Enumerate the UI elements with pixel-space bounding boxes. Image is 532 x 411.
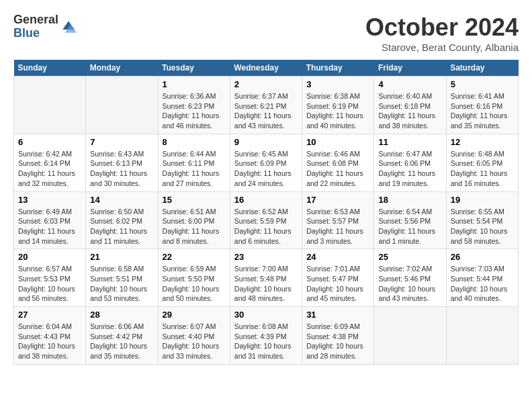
month-title: October 2024: [365, 13, 519, 42]
calendar-cell: 26Sunrise: 7:03 AM Sunset: 5:44 PM Dayli…: [446, 249, 518, 307]
day-number: 19: [451, 195, 514, 205]
calendar-header: SundayMondayTuesdayWednesdayThursdayFrid…: [14, 60, 519, 77]
calendar-cell: 2Sunrise: 6:37 AM Sunset: 6:21 PM Daylig…: [230, 77, 302, 134]
calendar-cell: 6Sunrise: 6:42 AM Sunset: 6:14 PM Daylig…: [14, 134, 86, 191]
day-info: Sunrise: 6:45 AM Sunset: 6:09 PM Dayligh…: [234, 149, 298, 189]
calendar-cell: 7Sunrise: 6:43 AM Sunset: 6:13 PM Daylig…: [86, 134, 158, 191]
day-info: Sunrise: 6:55 AM Sunset: 5:54 PM Dayligh…: [451, 207, 514, 246]
day-info: Sunrise: 6:42 AM Sunset: 6:14 PM Dayligh…: [18, 149, 81, 189]
calendar-cell: 14Sunrise: 6:50 AM Sunset: 6:02 PM Dayli…: [86, 191, 158, 249]
day-info: Sunrise: 6:43 AM Sunset: 6:13 PM Dayligh…: [90, 149, 153, 189]
calendar-cell: 19Sunrise: 6:55 AM Sunset: 5:54 PM Dayli…: [446, 191, 518, 249]
day-number: 24: [306, 252, 369, 262]
day-info: Sunrise: 6:40 AM Sunset: 6:18 PM Dayligh…: [378, 91, 441, 131]
day-number: 5: [451, 79, 514, 89]
weekday-header: Saturday: [446, 60, 518, 77]
calendar-cell: [14, 77, 86, 134]
subtitle: Starove, Berat County, Albania: [365, 42, 519, 53]
day-info: Sunrise: 7:02 AM Sunset: 5:46 PM Dayligh…: [378, 264, 441, 304]
calendar-cell: 28Sunrise: 6:06 AM Sunset: 4:42 PM Dayli…: [86, 307, 158, 365]
calendar-cell: 17Sunrise: 6:53 AM Sunset: 5:57 PM Dayli…: [302, 191, 374, 249]
day-number: 17: [306, 195, 369, 205]
day-number: 12: [451, 137, 514, 147]
day-number: 30: [234, 310, 298, 320]
calendar-cell: 18Sunrise: 6:54 AM Sunset: 5:56 PM Dayli…: [374, 191, 446, 249]
day-number: 26: [451, 252, 514, 262]
weekday-header: Monday: [86, 60, 158, 77]
day-info: Sunrise: 6:07 AM Sunset: 4:40 PM Dayligh…: [163, 322, 226, 361]
day-info: Sunrise: 6:47 AM Sunset: 6:06 PM Dayligh…: [378, 149, 441, 189]
calendar-cell: 13Sunrise: 6:49 AM Sunset: 6:03 PM Dayli…: [14, 191, 86, 249]
calendar-cell: 10Sunrise: 6:46 AM Sunset: 6:08 PM Dayli…: [302, 134, 374, 191]
day-number: 31: [306, 310, 369, 320]
day-number: 10: [306, 137, 369, 147]
day-info: Sunrise: 6:46 AM Sunset: 6:08 PM Dayligh…: [306, 149, 369, 189]
day-info: Sunrise: 6:58 AM Sunset: 5:51 PM Dayligh…: [90, 264, 153, 304]
day-number: 20: [18, 252, 81, 262]
day-number: 1: [163, 79, 226, 89]
calendar-cell: 27Sunrise: 6:04 AM Sunset: 4:43 PM Dayli…: [14, 307, 86, 365]
day-number: 29: [163, 310, 226, 320]
day-info: Sunrise: 6:54 AM Sunset: 5:56 PM Dayligh…: [378, 207, 441, 246]
day-number: 15: [163, 195, 226, 205]
calendar-cell: [86, 77, 158, 134]
calendar-cell: 4Sunrise: 6:40 AM Sunset: 6:18 PM Daylig…: [374, 77, 446, 134]
weekday-header: Friday: [374, 60, 446, 77]
day-info: Sunrise: 6:50 AM Sunset: 6:02 PM Dayligh…: [90, 207, 153, 246]
logo-general: General: [13, 13, 58, 27]
day-info: Sunrise: 7:00 AM Sunset: 5:48 PM Dayligh…: [234, 264, 298, 304]
day-number: 9: [234, 137, 298, 147]
logo-text: General Blue: [13, 13, 58, 40]
calendar-cell: 16Sunrise: 6:52 AM Sunset: 5:59 PM Dayli…: [230, 191, 302, 249]
day-info: Sunrise: 6:44 AM Sunset: 6:11 PM Dayligh…: [163, 149, 226, 189]
day-number: 18: [378, 195, 441, 205]
day-number: 7: [90, 137, 153, 147]
day-number: 27: [18, 310, 81, 320]
calendar-week-row: 6Sunrise: 6:42 AM Sunset: 6:14 PM Daylig…: [14, 134, 519, 191]
calendar-body: 1Sunrise: 6:36 AM Sunset: 6:23 PM Daylig…: [14, 77, 519, 365]
calendar-cell: 25Sunrise: 7:02 AM Sunset: 5:46 PM Dayli…: [374, 249, 446, 307]
day-info: Sunrise: 6:51 AM Sunset: 6:00 PM Dayligh…: [163, 207, 226, 246]
day-info: Sunrise: 6:36 AM Sunset: 6:23 PM Dayligh…: [163, 91, 226, 131]
day-info: Sunrise: 6:57 AM Sunset: 5:53 PM Dayligh…: [18, 264, 81, 304]
calendar-cell: 1Sunrise: 6:36 AM Sunset: 6:23 PM Daylig…: [158, 77, 230, 134]
weekday-header: Sunday: [14, 60, 86, 77]
calendar-cell: 15Sunrise: 6:51 AM Sunset: 6:00 PM Dayli…: [158, 191, 230, 249]
day-info: Sunrise: 6:59 AM Sunset: 5:50 PM Dayligh…: [163, 264, 226, 304]
day-number: 4: [378, 79, 441, 89]
title-block: October 2024 Starove, Berat County, Alba…: [365, 13, 519, 53]
day-number: 3: [306, 79, 369, 89]
calendar-cell: 3Sunrise: 6:38 AM Sunset: 6:19 PM Daylig…: [302, 77, 374, 134]
calendar-cell: 31Sunrise: 6:09 AM Sunset: 4:38 PM Dayli…: [302, 307, 374, 365]
calendar-cell: 23Sunrise: 7:00 AM Sunset: 5:48 PM Dayli…: [230, 249, 302, 307]
day-info: Sunrise: 6:41 AM Sunset: 6:16 PM Dayligh…: [451, 91, 514, 131]
day-info: Sunrise: 7:03 AM Sunset: 5:44 PM Dayligh…: [451, 264, 514, 304]
calendar-table: SundayMondayTuesdayWednesdayThursdayFrid…: [13, 60, 519, 365]
day-info: Sunrise: 6:53 AM Sunset: 5:57 PM Dayligh…: [306, 207, 369, 246]
day-number: 25: [378, 252, 441, 262]
day-info: Sunrise: 7:01 AM Sunset: 5:47 PM Dayligh…: [306, 264, 369, 304]
day-number: 2: [234, 79, 298, 89]
day-info: Sunrise: 6:37 AM Sunset: 6:21 PM Dayligh…: [234, 91, 298, 131]
day-number: 22: [163, 252, 226, 262]
calendar-week-row: 13Sunrise: 6:49 AM Sunset: 6:03 PM Dayli…: [14, 191, 519, 249]
logo-blue: Blue: [13, 27, 58, 40]
calendar-cell: [446, 307, 518, 365]
day-number: 13: [18, 195, 81, 205]
calendar-cell: 22Sunrise: 6:59 AM Sunset: 5:50 PM Dayli…: [158, 249, 230, 307]
weekday-row: SundayMondayTuesdayWednesdayThursdayFrid…: [14, 60, 519, 77]
day-number: 8: [163, 137, 226, 147]
calendar-cell: 9Sunrise: 6:45 AM Sunset: 6:09 PM Daylig…: [230, 134, 302, 191]
logo-icon: [60, 19, 77, 35]
day-number: 6: [18, 137, 81, 147]
page-header: General Blue October 2024 Starove, Berat…: [13, 13, 519, 53]
calendar-cell: 24Sunrise: 7:01 AM Sunset: 5:47 PM Dayli…: [302, 249, 374, 307]
day-info: Sunrise: 6:48 AM Sunset: 6:05 PM Dayligh…: [451, 149, 514, 189]
day-info: Sunrise: 6:06 AM Sunset: 4:42 PM Dayligh…: [90, 322, 153, 361]
day-info: Sunrise: 6:49 AM Sunset: 6:03 PM Dayligh…: [18, 207, 81, 246]
calendar-cell: 11Sunrise: 6:47 AM Sunset: 6:06 PM Dayli…: [374, 134, 446, 191]
day-number: 14: [90, 195, 153, 205]
calendar-cell: 29Sunrise: 6:07 AM Sunset: 4:40 PM Dayli…: [158, 307, 230, 365]
calendar-cell: 8Sunrise: 6:44 AM Sunset: 6:11 PM Daylig…: [158, 134, 230, 191]
weekday-header: Thursday: [302, 60, 374, 77]
